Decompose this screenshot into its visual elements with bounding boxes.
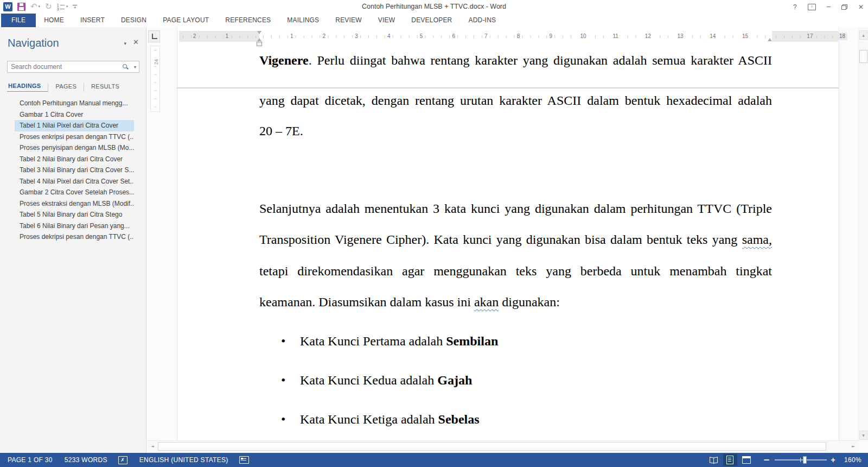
nav-heading-item[interactable]: Proses ekstraksi dengan MLSB (Modif... bbox=[15, 198, 134, 210]
zoom-slider-thumb[interactable] bbox=[803, 456, 807, 464]
ruler-number: 15 bbox=[741, 33, 750, 40]
ribbon-tab-page-layout[interactable]: PAGE LAYOUT bbox=[155, 14, 217, 27]
scroll-left-button[interactable]: ◄ bbox=[148, 442, 157, 451]
nav-tab-headings[interactable]: HEADINGS bbox=[7, 83, 48, 92]
ribbon-tab-references[interactable]: REFERENCES bbox=[217, 14, 279, 27]
multilevel-list-caret-icon[interactable]: ▾ bbox=[66, 3, 68, 11]
page-indicator[interactable]: PAGE 1 OF 30 bbox=[8, 456, 53, 464]
doc-text-line[interactable]: 20 – 7E. bbox=[259, 122, 772, 140]
redo-button[interactable]: ↻ bbox=[45, 3, 52, 11]
doc-text-line[interactable]: tetapi direkomendasikan agar menggunakan… bbox=[259, 262, 772, 280]
tab-selector[interactable] bbox=[148, 30, 160, 42]
ruler-number: 2 bbox=[192, 33, 198, 40]
word-count[interactable]: 5233 WORDS bbox=[65, 456, 107, 464]
scroll-right-button[interactable]: ► bbox=[849, 442, 858, 451]
nav-heading-item[interactable]: Gambar 2 Citra Cover Setelah Proses... bbox=[15, 187, 134, 198]
text-run: Kata Kunci Ketiga adalah bbox=[300, 412, 438, 426]
read-mode-icon bbox=[709, 457, 718, 463]
doc-text-line[interactable]: keamanan. Diasumsikan dalam kasus ini ak… bbox=[259, 293, 772, 311]
customize-quick-access-button[interactable]: ▾ bbox=[73, 5, 77, 9]
ruler-number: 11 bbox=[611, 33, 620, 40]
search-options-caret-icon[interactable]: ▾ bbox=[134, 65, 136, 70]
doc-bullet-line[interactable]: •Kata Kunci Ketiga adalah Sebelas bbox=[259, 411, 772, 428]
horizontal-scrollbar-thumb[interactable] bbox=[158, 442, 826, 451]
doc-text-line[interactable]: Vigenere. Perlu diingat bahwa rentang ka… bbox=[259, 52, 772, 69]
title-bar: W ↶▾ ↻ 13 ▾ ▾ Contoh Perhitungan MLSB + … bbox=[0, 0, 868, 14]
nav-heading-item[interactable]: Tabel 1 Nilai Pixel dari Citra Cover bbox=[15, 120, 134, 131]
print-layout-button[interactable] bbox=[723, 454, 737, 466]
scroll-down-button[interactable]: ▼ bbox=[859, 431, 867, 440]
ribbon-tab-insert[interactable]: INSERT bbox=[72, 14, 113, 27]
save-button[interactable] bbox=[17, 3, 25, 11]
search-input[interactable] bbox=[7, 61, 139, 73]
horizontal-scrollbar[interactable]: ◄ ► bbox=[147, 440, 859, 453]
multilevel-list-button[interactable]: 13 ▾ bbox=[57, 3, 68, 11]
undo-button[interactable]: ↶▾ bbox=[30, 3, 40, 11]
minimize-button[interactable]: ─ bbox=[827, 4, 831, 10]
ribbon-tab-design[interactable]: DESIGN bbox=[113, 14, 155, 27]
web-layout-button[interactable] bbox=[739, 454, 754, 466]
proofing-errors-icon[interactable]: ✗ bbox=[118, 456, 127, 464]
nav-heading-item[interactable]: Proses penyisipan dengan MLSB (Mo... bbox=[15, 142, 134, 154]
ribbon-display-options-button[interactable]: ↑ bbox=[808, 4, 816, 10]
bullet-icon: • bbox=[281, 371, 285, 389]
nav-heading-item[interactable]: Tabel 4 Nilai Pixel dari Citra Cover Set… bbox=[15, 176, 134, 187]
ribbon-tabs: FILEHOMEINSERTDESIGNPAGE LAYOUTREFERENCE… bbox=[1, 14, 504, 27]
nav-heading-item[interactable]: Tabel 6 Nilai Binary dari Pesan yang... bbox=[15, 220, 134, 232]
ruler-number: 4 bbox=[386, 33, 392, 40]
zoom-out-button[interactable]: − bbox=[763, 455, 770, 465]
scroll-up-button[interactable]: ▲ bbox=[859, 30, 867, 40]
doc-bullet-line[interactable]: •Kata Kunci Kedua adalah Gajah bbox=[259, 371, 772, 389]
window-title: Contoh Perhitungan MLSB + TTVC.docx - Wo… bbox=[163, 0, 705, 14]
ribbon-tab-add-ins[interactable]: ADD-INS bbox=[460, 14, 504, 27]
language-indicator[interactable]: ENGLISH (UNITED STATES) bbox=[139, 456, 228, 464]
horizontal-ruler: 211234567891011121314151718 bbox=[179, 31, 838, 42]
keyboard-layout-icon[interactable] bbox=[239, 456, 249, 464]
page-right-edge bbox=[839, 27, 839, 453]
vertical-scrollbar-thumb[interactable] bbox=[859, 50, 867, 63]
ruler-number: 12 bbox=[643, 33, 653, 40]
nav-heading-item[interactable]: Contoh Perhitungan Manual mengg... bbox=[15, 98, 134, 109]
navigation-items: Contoh Perhitungan Manual mengg...Gambar… bbox=[15, 98, 134, 243]
ribbon-tab-file[interactable]: FILE bbox=[1, 14, 36, 27]
nav-heading-item[interactable]: Tabel 3 Nilai Binary dari Citra Cover S.… bbox=[15, 165, 134, 176]
nav-heading-item[interactable]: Gambar 1 Citra Cover bbox=[15, 109, 134, 121]
text-run: 20 – 7E. bbox=[259, 124, 303, 138]
ribbon-tab-view[interactable]: VIEW bbox=[370, 14, 403, 27]
text-run: Sebelas bbox=[438, 412, 480, 426]
nav-heading-item[interactable]: Tabel 5 Nilai Binary dari Citra Stego bbox=[15, 209, 134, 220]
ribbon-tab-developer[interactable]: DEVELOPER bbox=[403, 14, 460, 27]
close-button[interactable]: ✕ bbox=[858, 4, 864, 10]
nav-heading-item[interactable]: Proses dekripsi pesan dengan TTVC (... bbox=[15, 231, 134, 243]
read-mode-button[interactable] bbox=[707, 454, 721, 466]
help-button[interactable]: ? bbox=[793, 4, 797, 10]
text-run: Sembilan bbox=[446, 334, 498, 348]
hanging-indent-marker[interactable] bbox=[257, 38, 261, 41]
ruler-number: 14 bbox=[708, 33, 717, 40]
zoom-in-button[interactable]: + bbox=[831, 456, 835, 464]
navigation-options-caret-icon[interactable]: ▾ bbox=[124, 41, 126, 46]
first-line-indent-marker[interactable] bbox=[257, 31, 261, 34]
ruler-number: 1 bbox=[289, 33, 295, 40]
doc-bullet-line[interactable]: •Kata Kunci Pertama adalah Sembilan bbox=[259, 332, 772, 350]
navigation-close-icon[interactable]: ✕ bbox=[133, 38, 139, 46]
nav-heading-item[interactable]: Tabel 2 Nilai Binary dari Citra Cover bbox=[15, 154, 134, 165]
ribbon-tab-mailings[interactable]: MAILINGS bbox=[279, 14, 327, 27]
ribbon-tab-review[interactable]: REVIEW bbox=[327, 14, 370, 27]
ribbon-tab-home[interactable]: HOME bbox=[36, 14, 72, 27]
search-icon[interactable] bbox=[123, 64, 128, 70]
zoom-slider[interactable] bbox=[775, 456, 827, 464]
nav-tab-results[interactable]: RESULTS bbox=[84, 83, 126, 92]
doc-text-line[interactable]: yang dapat dicetak, dengan rentang uruta… bbox=[259, 92, 772, 109]
doc-text-line[interactable]: Transposition Vigenere Cipher). Kata kun… bbox=[259, 231, 772, 248]
nav-heading-item[interactable]: Proses enkripsi pesan dengan TTVC (... bbox=[15, 131, 134, 143]
right-indent-marker[interactable] bbox=[768, 38, 772, 41]
zoom-percentage[interactable]: 160% bbox=[843, 456, 861, 464]
nav-tab-pages[interactable]: PAGES bbox=[48, 83, 84, 92]
bullet-icon: • bbox=[281, 332, 285, 350]
vertical-scrollbar[interactable] bbox=[858, 27, 868, 441]
doc-text-line[interactable]: Selanjutnya adalah menentukan 3 kata kun… bbox=[259, 200, 772, 217]
left-indent-marker[interactable] bbox=[257, 42, 262, 46]
restore-button[interactable] bbox=[841, 4, 847, 10]
undo-caret-icon[interactable]: ▾ bbox=[39, 3, 41, 11]
